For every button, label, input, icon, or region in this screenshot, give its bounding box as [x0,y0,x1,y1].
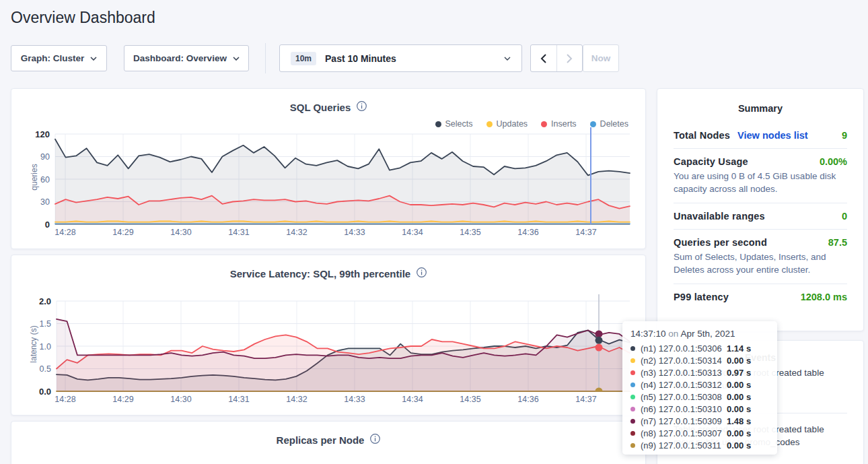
svg-text:14:31: 14:31 [228,395,249,404]
tooltip-node-row: (n4) 127.0.0.1:503120.00 s [630,378,769,391]
tooltip-node-row: (n1) 127.0.0.1:503061.14 s [630,342,769,354]
info-icon[interactable] [370,434,380,446]
sql-queries-card: SQL Queries SelectsUpdatesInsertsDeletes… [11,88,646,249]
dashboard-dropdown-label: Dashboard: Overview [133,53,227,63]
tooltip-node-row: (n5) 127.0.0.1:503080.00 s [630,391,769,403]
tooltip-node-value: 0.00 s [727,404,751,414]
summary-row-value: 87.5 [828,237,847,248]
svg-text:14:28: 14:28 [55,228,75,237]
svg-text:14:28: 14:28 [55,395,75,404]
service-latency-chart[interactable]: 14:2814:2914:3014:3114:3214:3314:3414:35… [11,255,647,416]
time-range-label: Past 10 Minutes [325,53,396,64]
tooltip-node-row: (n7) 127.0.0.1:503091.48 s [630,415,769,427]
svg-text:0.0: 0.0 [39,387,51,397]
tooltip-node-row: (n3) 127.0.0.1:503130.97 s [630,366,769,378]
summary-row-label: Total Nodes [674,130,730,141]
svg-text:14:31: 14:31 [228,228,249,237]
svg-text:14:36: 14:36 [517,228,538,237]
time-next-button[interactable] [557,45,583,71]
tooltip-node-row: (n6) 127.0.0.1:503100.00 s [630,403,769,415]
svg-text:14:35: 14:35 [460,228,480,237]
service-latency-card: Service Latency: SQL, 99th percentile la… [11,255,646,416]
time-nav-group [530,44,583,72]
summary-row-value: 1208.0 ms [801,292,847,302]
sql-queries-chart[interactable]: 14:2814:2914:3014:3114:3214:3314:3414:35… [11,89,647,250]
tooltip-node-row: (n2) 127.0.0.1:503140.00 s [630,354,769,366]
chevron-down-icon [90,57,97,61]
svg-text:0.5: 0.5 [40,364,51,374]
svg-text:14:32: 14:32 [286,228,307,237]
svg-text:2.0: 2.0 [39,296,51,306]
svg-text:1.5: 1.5 [40,319,51,329]
tooltip-node-value: 0.97 s [727,368,751,378]
svg-text:60: 60 [40,175,50,185]
tooltip-node-address: (n5) 127.0.0.1:50308 [641,392,727,402]
tooltip-node-value: 0.00 s [727,428,751,438]
tooltip-node-address: (n3) 127.0.0.1:50313 [641,368,727,378]
tooltip-node-address: (n8) 127.0.0.1:50307 [641,428,727,438]
node-color-dot-icon [630,419,635,424]
tooltip-node-value: 1.14 s [727,343,751,354]
now-button[interactable]: Now [583,44,619,72]
chevron-down-icon [233,57,240,61]
summary-panel: Summary Total NodesView nodes list9Capac… [657,88,864,331]
svg-text:14:34: 14:34 [402,395,423,404]
chevron-down-icon [504,57,511,61]
summary-row-label: Queries per second [674,237,767,248]
page-title: Overview Dashboard [11,9,155,27]
svg-text:14:33: 14:33 [344,228,365,237]
svg-text:14:32: 14:32 [286,395,307,404]
time-range-badge: 10m [291,52,316,65]
svg-text:14:30: 14:30 [170,395,191,404]
svg-text:14:37: 14:37 [575,228,596,237]
tooltip-node-address: (n1) 127.0.0.1:50306 [641,343,727,354]
tooltip-timestamp: 14:37:10 on Apr 5th, 2021 [630,329,769,339]
svg-text:14:34: 14:34 [402,228,423,237]
summary-row: Total NodesView nodes list9 [674,123,847,149]
node-color-dot-icon [630,407,635,411]
tooltip-node-address: (n4) 127.0.0.1:50312 [641,380,727,390]
time-prev-button[interactable] [531,45,557,71]
tooltip-node-address: (n9) 127.0.0.1:50311 [641,440,727,451]
summary-row: Capacity Usage0.00%You are using 0 B of … [674,149,847,203]
time-range-dropdown[interactable]: 10m Past 10 Minutes [279,44,522,72]
svg-text:30: 30 [40,197,50,207]
summary-row-label: P99 latency [674,292,729,302]
svg-text:14:29: 14:29 [112,395,133,404]
summary-row: Queries per second87.5Sum of Selects, Up… [674,230,847,284]
chart-hover-tooltip: 14:37:10 on Apr 5th, 2021 (n1) 127.0.0.1… [622,321,777,455]
summary-row-value: 0 [842,211,847,222]
tooltip-node-value: 0.00 s [727,440,751,451]
tooltip-node-value: 0.00 s [727,392,751,402]
svg-text:120: 120 [35,129,50,139]
node-color-dot-icon [630,370,635,375]
dashboard-dropdown[interactable]: Dashboard: Overview [124,45,249,71]
svg-text:0: 0 [45,220,50,230]
svg-text:90: 90 [40,152,50,162]
node-color-dot-icon [630,395,635,399]
replicas-per-node-title: Replicas per Node [277,434,365,446]
node-color-dot-icon [630,443,635,448]
tooltip-node-row: (n8) 127.0.0.1:503070.00 s [630,427,769,439]
svg-text:14:35: 14:35 [460,395,480,404]
tooltip-node-value: 1.48 s [727,416,751,426]
svg-text:1.0: 1.0 [40,342,51,352]
summary-row: Unavailable ranges0 [674,203,847,230]
tooltip-node-value: 0.00 s [727,380,751,390]
graph-dropdown[interactable]: Graph: Cluster [11,45,107,71]
tooltip-node-address: (n7) 127.0.0.1:50309 [641,416,727,426]
tooltip-node-address: (n2) 127.0.0.1:50314 [641,356,727,366]
summary-row-label: Capacity Usage [674,156,748,167]
tooltip-node-value: 0.00 s [727,356,751,366]
summary-row-caption: Sum of Selects, Updates, Inserts, and De… [674,251,847,276]
svg-text:14:36: 14:36 [517,395,538,404]
svg-text:14:30: 14:30 [170,228,191,237]
svg-text:14:29: 14:29 [112,228,133,237]
view-nodes-list-link[interactable]: View nodes list [737,130,808,141]
tooltip-node-row: (n9) 127.0.0.1:503110.00 s [630,439,769,451]
graph-dropdown-label: Graph: Cluster [21,53,85,63]
node-color-dot-icon [630,431,635,436]
toolbar-divider [265,43,266,73]
node-color-dot-icon [630,383,635,387]
summary-row: P99 latency1208.0 ms [674,284,847,310]
